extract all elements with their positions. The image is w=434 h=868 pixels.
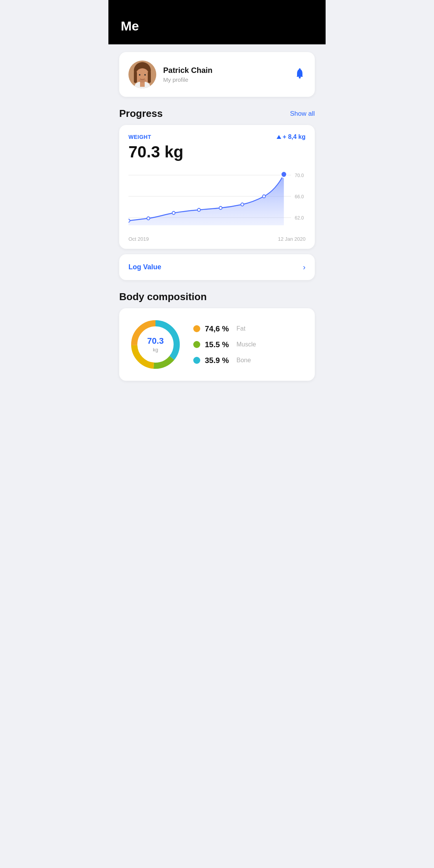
body-comp-title: Body composition <box>119 291 207 303</box>
svg-point-19 <box>147 217 150 220</box>
page-title: Me <box>121 19 139 33</box>
log-value-card[interactable]: Log Value › <box>119 254 315 280</box>
chart-dates: Oct 2019 12 Jan 2020 <box>128 236 306 242</box>
fat-percent: 74,6 % <box>205 324 232 333</box>
svg-rect-3 <box>134 71 137 83</box>
main-content: Patrick Chain My profile Progress Show a… <box>108 44 326 388</box>
show-all-link[interactable]: Show all <box>290 110 315 118</box>
arrow-up-icon <box>277 135 281 139</box>
profile-subtitle: My profile <box>163 76 294 83</box>
notification-bell-icon[interactable] <box>294 68 306 82</box>
progress-section-header: Progress Show all <box>119 108 315 120</box>
donut-weight-unit: kg <box>153 347 158 353</box>
weight-card-header: WEIGHT + 8,4 kg <box>128 133 306 140</box>
svg-rect-4 <box>148 71 151 83</box>
bone-percent: 35.9 % <box>205 356 232 365</box>
profile-info: Patrick Chain My profile <box>163 66 294 83</box>
svg-point-22 <box>219 206 222 209</box>
composition-fat: 74,6 % Fat <box>193 324 306 333</box>
bone-dot <box>193 357 200 364</box>
chevron-right-icon: › <box>303 263 306 272</box>
body-composition-card: 70.3 kg 74,6 % Fat 15.5 % Muscle 35.9 % … <box>119 308 315 381</box>
muscle-dot <box>193 341 200 348</box>
bone-label: Bone <box>236 357 251 364</box>
donut-weight-value: 70.3 <box>147 336 164 346</box>
muscle-percent: 15.5 % <box>205 340 232 349</box>
weight-chart: 70.0 66.0 62.0 <box>128 167 306 233</box>
weight-change: + 8,4 kg <box>277 133 306 140</box>
weight-value: 70.3 kg <box>128 143 306 161</box>
weight-label: WEIGHT <box>128 134 151 140</box>
chart-start-date: Oct 2019 <box>128 236 149 242</box>
svg-text:62.0: 62.0 <box>295 215 304 221</box>
svg-point-20 <box>172 211 175 214</box>
svg-point-25 <box>281 171 287 177</box>
svg-point-10 <box>299 76 301 78</box>
svg-text:66.0: 66.0 <box>295 194 304 199</box>
muscle-label: Muscle <box>236 341 256 348</box>
svg-point-7 <box>139 74 140 76</box>
avatar <box>128 61 156 88</box>
svg-point-9 <box>138 79 146 83</box>
fat-dot <box>193 325 200 332</box>
composition-items: 74,6 % Fat 15.5 % Muscle 35.9 % Bone <box>193 324 306 365</box>
donut-label: 70.3 kg <box>147 336 164 353</box>
composition-muscle: 15.5 % Muscle <box>193 340 306 349</box>
svg-point-23 <box>241 203 243 206</box>
weight-card: WEIGHT + 8,4 kg 70.3 kg 70.0 66.0 62.0 <box>119 125 315 249</box>
chart-end-date: 12 Jan 2020 <box>278 236 306 242</box>
svg-point-24 <box>263 195 265 198</box>
composition-bone: 35.9 % Bone <box>193 356 306 365</box>
svg-rect-11 <box>299 68 301 69</box>
svg-point-18 <box>128 219 130 222</box>
donut-chart: 70.3 kg <box>128 317 182 372</box>
body-comp-section-header: Body composition <box>119 291 315 303</box>
svg-text:70.0: 70.0 <box>295 173 304 178</box>
svg-point-21 <box>198 208 200 211</box>
fat-label: Fat <box>236 325 245 332</box>
profile-name: Patrick Chain <box>163 66 294 75</box>
log-value-label: Log Value <box>128 263 161 271</box>
svg-point-8 <box>144 74 146 76</box>
app-header: Me <box>108 0 326 44</box>
progress-title: Progress <box>119 108 163 120</box>
profile-card[interactable]: Patrick Chain My profile <box>119 52 315 97</box>
